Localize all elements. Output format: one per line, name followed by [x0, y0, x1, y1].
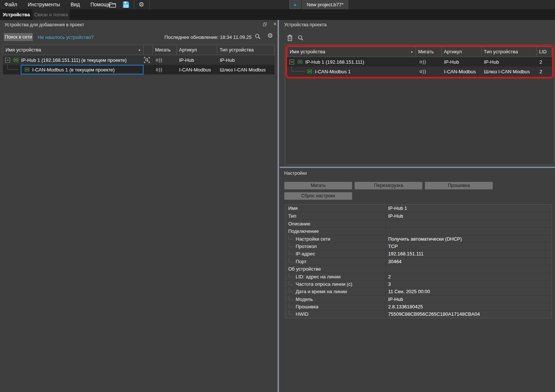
property-row: Настройки сети Получить автоматически (D… — [285, 235, 552, 242]
gear-icon[interactable]: ⚙ — [137, 1, 146, 9]
property-label: Модель — [285, 296, 386, 303]
float-panel-icon[interactable] — [263, 23, 267, 26]
vertical-splitter[interactable] — [278, 20, 279, 392]
table-row[interactable]: I-CAN-Modbus 1 (в текущем проекте) о)) I… — [3, 65, 275, 74]
device-article: I-CAN-Modbus — [177, 65, 218, 74]
property-label: Протокол — [285, 243, 386, 250]
device-icon — [307, 69, 312, 74]
selected-cell-outline[interactable]: I-CAN-Modbus 1 (в текущем проекте) — [21, 65, 144, 74]
blink-signal-icon[interactable]: о)) — [153, 55, 177, 65]
horizontal-splitter[interactable] — [280, 167, 555, 168]
toolbar-separator — [149, 0, 150, 9]
device-not-found-link[interactable]: Не нашлось устройство? — [38, 34, 94, 40]
property-group-label: Об устройстве — [285, 265, 386, 272]
device-lid: 2 — [537, 57, 552, 67]
property-value[interactable]: TCP — [386, 243, 552, 250]
device-type: Шлюз I-CAN Modbus — [482, 67, 537, 76]
property-value[interactable]: 3 — [386, 281, 552, 288]
column-header-blink[interactable]: Мигать — [153, 45, 177, 55]
property-row: Прошивка 2.8.1336180425 — [285, 303, 552, 310]
close-panel-icon[interactable]: ✕ — [273, 22, 277, 26]
property-label: Настройки сети — [285, 235, 386, 242]
property-row: Частота опроса линии (с) 3 — [285, 280, 552, 288]
column-header-name[interactable]: Имя устройства ▲ — [3, 45, 144, 55]
property-label: Прошивка — [285, 303, 386, 310]
column-header-article[interactable]: Артикул — [177, 45, 218, 55]
reboot-button[interactable]: Перезагрузка — [354, 182, 423, 190]
property-row: Имя IP-Hub 1 — [285, 205, 552, 212]
column-header-blink[interactable]: Мигать — [416, 47, 442, 57]
menu-view[interactable]: Вид — [66, 0, 84, 9]
property-value[interactable]: Получить автоматически (DHCP) — [386, 235, 552, 242]
property-label: LID: адрес на линии — [285, 273, 386, 280]
column-header-type[interactable]: Тип устройства — [217, 45, 274, 55]
collapse-expander-icon[interactable] — [5, 58, 10, 63]
property-label: Имя — [285, 205, 386, 212]
property-label: HWID — [285, 311, 386, 318]
table-row[interactable]: I-CAN-Modbus 1 о)) I-CAN-Modbus Шлюз I-C… — [287, 67, 552, 76]
property-label: Тип — [285, 212, 386, 220]
property-row: Протокол TCP — [285, 242, 552, 250]
tab-devices[interactable]: Устройства — [0, 9, 33, 20]
property-group-row: Подключение — [285, 227, 552, 235]
column-header-lid[interactable]: LID — [537, 47, 552, 57]
property-row: IP-адрес 192.168.151.111 — [285, 250, 552, 257]
property-row: HWID 75509C88CB956C265C180A17148CBA04 — [285, 310, 552, 318]
property-value: 2.8.1336180425 — [386, 303, 552, 310]
column-header-name[interactable]: Имя устройства ▲ — [287, 47, 416, 57]
search-icon[interactable] — [253, 33, 262, 40]
device-name: IP-Hub 1 (192.168.151.111) (в текущем пр… — [21, 57, 127, 63]
property-row: Описание — [285, 220, 552, 227]
property-value: 75509C88CB956C265C180A17148CBA04 — [386, 311, 552, 318]
trash-icon[interactable] — [285, 34, 294, 41]
device-lid: 2 — [537, 67, 552, 76]
reset-settings-button[interactable]: Сброс настроек — [284, 192, 352, 200]
column-header-type[interactable]: Тип устройства — [482, 47, 537, 57]
last-update-label: Последнее обновление: 18:34 11.09.25 — [164, 34, 252, 40]
toolbar-separator — [134, 0, 134, 9]
device-type: IP-Hub — [482, 57, 537, 67]
device-properties-grid: Имя IP-Hub 1 Тип IP-Hub Описание Подключ… — [285, 204, 552, 318]
search-icon[interactable] — [296, 34, 305, 42]
device-article: IP-Hub — [177, 55, 218, 65]
device-article: IP-Hub — [442, 57, 482, 67]
property-value[interactable]: IP-Hub — [386, 212, 552, 220]
table-row[interactable]: IP-Hub 1 (192.168.151.111) о)) IP-Hub IP… — [287, 57, 552, 67]
scan-icon[interactable] — [144, 55, 153, 65]
blink-signal-icon[interactable]: о)) — [416, 57, 442, 67]
menu-bar: Файл Инструменты Вид Помощь ⚙ + New proj… — [0, 0, 555, 9]
column-header-empty[interactable] — [144, 45, 153, 55]
blink-signal-icon[interactable]: о)) — [416, 67, 442, 76]
panel-title: Устройства для добавления в проект — [4, 22, 84, 27]
property-value[interactable]: IP-Hub 1 — [386, 205, 552, 212]
property-label: Частота опроса линии (с) — [285, 281, 386, 288]
blink-signal-icon[interactable]: о)) — [153, 65, 177, 74]
menu-tools[interactable]: Инструменты — [23, 0, 64, 9]
save-icon[interactable] — [121, 1, 130, 9]
project-devices-table: Имя устройства ▲ Мигать Артикул Тип устр… — [287, 47, 552, 76]
property-value[interactable]: 2 — [386, 273, 552, 280]
open-folder-icon[interactable] — [108, 1, 117, 9]
property-value[interactable] — [386, 220, 552, 227]
property-value[interactable]: 11 Сен. 2025 00:00 — [386, 288, 552, 295]
property-row: Дата и время на линии 11 Сен. 2025 00:00 — [285, 288, 552, 295]
project-tab[interactable]: New project.b77* — [302, 0, 349, 9]
device-icon — [13, 57, 18, 63]
network-search-button[interactable]: Поиск в сети — [4, 33, 33, 41]
collapse-expander-icon[interactable] — [289, 60, 294, 64]
property-value[interactable]: 30464 — [386, 258, 552, 265]
new-project-tab-button[interactable]: + — [289, 0, 301, 9]
blink-button[interactable]: Мигать — [284, 182, 352, 190]
table-header-row: Имя устройства ▲ Мигать Артикул Тип устр… — [3, 45, 275, 55]
tab-links-logic[interactable]: Связи и логика — [33, 9, 70, 20]
device-name: I-CAN-Modbus 1 (в текущем проекте) — [32, 67, 115, 73]
device-article: I-CAN-Modbus — [442, 67, 482, 76]
device-icon — [297, 59, 303, 64]
column-header-article[interactable]: Артикул — [442, 47, 482, 57]
menu-file[interactable]: Файл — [0, 0, 21, 9]
app-window: Файл Инструменты Вид Помощь ⚙ + New proj… — [0, 0, 555, 392]
table-row[interactable]: IP-Hub 1 (192.168.151.111) (в текущем пр… — [3, 55, 275, 65]
gear-icon[interactable]: ⚙ — [266, 32, 275, 40]
firmware-button[interactable]: Прошивка — [425, 182, 493, 190]
property-value[interactable]: 192.168.151.111 — [386, 250, 552, 257]
